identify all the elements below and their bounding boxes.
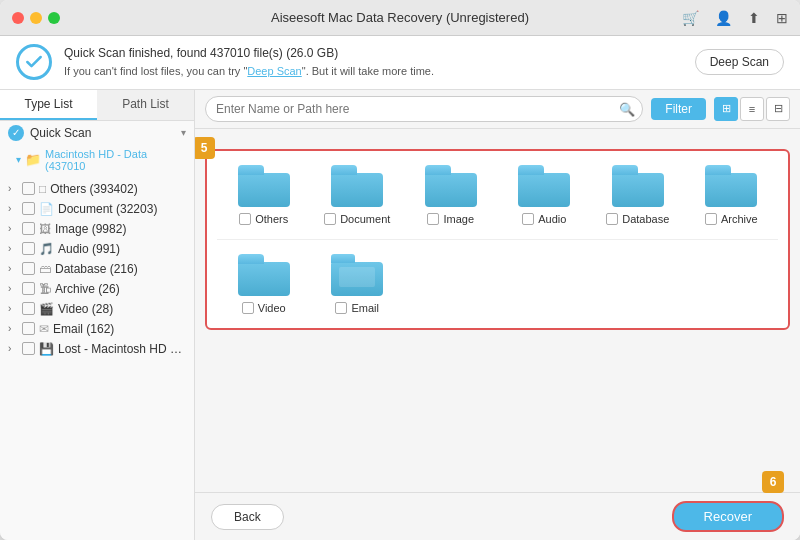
audio-cell-label-row: Audio [522, 213, 566, 225]
video-cell-checkbox[interactable] [242, 302, 254, 314]
others-checkbox[interactable] [22, 182, 35, 195]
empty-cell-1 [404, 250, 498, 318]
main-content: Type List Path List ✓ Quick Scan ▾ ▾ 📁 M… [0, 90, 800, 540]
document-checkbox[interactable] [22, 202, 35, 215]
archive-cell-label-row: Archive [705, 213, 758, 225]
cart-icon[interactable]: 🛒 [682, 10, 699, 26]
notification-text: Quick Scan finished, found 437010 file(s… [64, 44, 683, 81]
lost-icon: 💾 [39, 342, 54, 356]
hd-label: Macintosh HD - Data (437010 [45, 148, 186, 172]
archive-checkbox[interactable] [22, 282, 35, 295]
image-checkbox[interactable] [22, 222, 35, 235]
sidebar-item-others[interactable]: › □ Others (393402) [0, 179, 194, 199]
archive-icon: 🗜 [39, 282, 51, 296]
email-cell-checkbox[interactable] [335, 302, 347, 314]
titlebar: Aiseesoft Mac Data Recovery (Unregistere… [0, 0, 800, 36]
deep-scan-link[interactable]: Deep Scan [247, 65, 301, 77]
email-checkbox[interactable] [22, 322, 35, 335]
deep-scan-button[interactable]: Deep Scan [695, 49, 784, 75]
grid-view-button[interactable]: ⊞ [714, 97, 738, 121]
email-cell-label: Email [351, 302, 379, 314]
database-label: Database (216) [55, 262, 186, 276]
grid-cell-image[interactable]: Image [404, 161, 498, 229]
sidebar-item-audio[interactable]: › 🎵 Audio (991) [0, 239, 194, 259]
empty-cell-2 [498, 250, 592, 318]
titlebar-icons: 🛒 👤 ⬆ ⊞ [682, 10, 788, 26]
audio-icon: 🎵 [39, 242, 54, 256]
sidebar-item-database[interactable]: › 🗃 Database (216) [0, 259, 194, 279]
archive-cell-checkbox[interactable] [705, 213, 717, 225]
back-button[interactable]: Back [211, 504, 284, 530]
footer: Back 6 Recover [195, 492, 800, 540]
sidebar-item-image[interactable]: › 🖼 Image (9982) [0, 219, 194, 239]
quick-scan-row[interactable]: ✓ Quick Scan ▾ [0, 121, 194, 145]
grid-cell-video[interactable]: Video [217, 250, 311, 318]
expand-arrow-icon: › [8, 203, 18, 214]
tab-type-list[interactable]: Type List [0, 90, 97, 120]
sidebar-item-video[interactable]: › 🎬 Video (28) [0, 299, 194, 319]
list-view-button[interactable]: ≡ [740, 97, 764, 121]
grid-cell-audio[interactable]: Audio [498, 161, 592, 229]
others-cell-checkbox[interactable] [239, 213, 251, 225]
search-wrapper: 🔍 [205, 96, 643, 122]
close-button[interactable] [12, 12, 24, 24]
grid-cell-email[interactable]: Email [311, 250, 405, 318]
tab-path-list[interactable]: Path List [97, 90, 194, 120]
search-input[interactable] [205, 96, 643, 122]
check-icon [16, 44, 52, 80]
sidebar-item-document[interactable]: › 📄 Document (32203) [0, 199, 194, 219]
others-cell-label-row: Others [239, 213, 288, 225]
footer-right: 6 Recover [672, 501, 784, 532]
audio-checkbox[interactable] [22, 242, 35, 255]
database-checkbox[interactable] [22, 262, 35, 275]
video-checkbox[interactable] [22, 302, 35, 315]
lost-checkbox[interactable] [22, 342, 35, 355]
person-icon[interactable]: 👤 [715, 10, 732, 26]
sidebar-item-archive[interactable]: › 🗜 Archive (26) [0, 279, 194, 299]
maximize-button[interactable] [48, 12, 60, 24]
video-cell-label: Video [258, 302, 286, 314]
quick-scan-expand-icon: ▾ [181, 127, 186, 138]
grid-row-2: Video Email [217, 240, 778, 318]
others-cell-label: Others [255, 213, 288, 225]
document-folder-icon [331, 165, 383, 207]
hd-row[interactable]: ▾ 📁 Macintosh HD - Data (437010 [0, 145, 194, 175]
grid-cell-others[interactable]: Others [217, 161, 311, 229]
highlighted-panel: Others Document [205, 149, 790, 330]
expand-icon[interactable]: ⊞ [776, 10, 788, 26]
sidebar-item-lost[interactable]: › 💾 Lost - Macintosh HD - Data (0 [0, 339, 194, 359]
share-icon[interactable]: ⬆ [748, 10, 760, 26]
sidebar-item-email[interactable]: › ✉ Email (162) [0, 319, 194, 339]
document-cell-label-row: Document [324, 213, 390, 225]
email-icon: ✉ [39, 322, 49, 336]
database-cell-checkbox[interactable] [606, 213, 618, 225]
audio-cell-label: Audio [538, 213, 566, 225]
minimize-button[interactable] [30, 12, 42, 24]
others-icon: □ [39, 182, 46, 196]
email-folder-icon [331, 254, 383, 296]
image-folder-icon [425, 165, 477, 207]
document-cell-checkbox[interactable] [324, 213, 336, 225]
image-label: Image (9982) [55, 222, 186, 236]
video-folder-icon [238, 254, 290, 296]
others-folder-icon [238, 165, 290, 207]
sidebar: Type List Path List ✓ Quick Scan ▾ ▾ 📁 M… [0, 90, 195, 540]
grid-cell-archive[interactable]: Archive [685, 161, 779, 229]
grid-area: 5 Others [195, 129, 800, 492]
recover-button[interactable]: Recover [672, 501, 784, 532]
panel-wrapper: 5 Others [205, 149, 790, 330]
hd-expand-icon: ▾ [16, 154, 21, 165]
grid-cell-database[interactable]: Database [591, 161, 685, 229]
image-cell-checkbox[interactable] [427, 213, 439, 225]
grid-cell-document[interactable]: Document [311, 161, 405, 229]
document-cell-label: Document [340, 213, 390, 225]
quick-scan-check-icon: ✓ [8, 125, 24, 141]
view-icons: ⊞ ≡ ⊟ [714, 97, 790, 121]
archive-label: Archive (26) [55, 282, 186, 296]
video-icon: 🎬 [39, 302, 54, 316]
expand-arrow-icon: › [8, 283, 18, 294]
sidebar-tabs: Type List Path List [0, 90, 194, 121]
audio-cell-checkbox[interactable] [522, 213, 534, 225]
detail-view-button[interactable]: ⊟ [766, 97, 790, 121]
filter-button[interactable]: Filter [651, 98, 706, 120]
